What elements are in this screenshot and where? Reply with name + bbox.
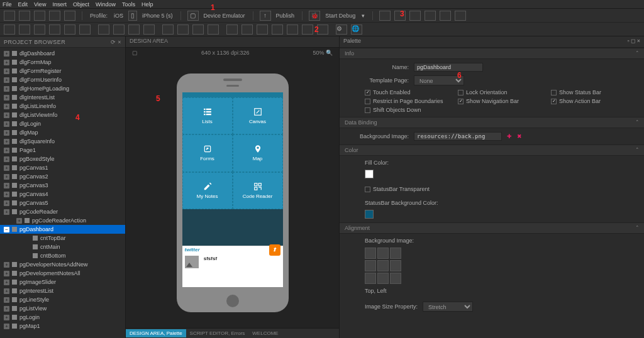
tree-item[interactable]: +pgCanvas1 — [0, 163, 125, 172]
upload-icon[interactable]: ⬆ — [269, 244, 280, 256]
redo-icon[interactable] — [64, 11, 75, 21]
menu-file[interactable]: File — [3, 1, 12, 8]
fit-icon[interactable]: ▢ — [132, 50, 138, 56]
name-input[interactable] — [414, 63, 483, 72]
expand-icon[interactable] — [317, 25, 328, 35]
bg-image-input[interactable] — [414, 132, 502, 141]
checkbox-row[interactable]: Show Status Bar — [551, 89, 638, 95]
tree-item[interactable]: +dlgFormUserInfo — [0, 75, 125, 84]
tree-item[interactable]: +dlgFormRegister — [0, 67, 125, 75]
tree-item[interactable]: +pgImageSlider — [0, 278, 125, 286]
image-icon[interactable] — [34, 25, 45, 35]
expand-icon[interactable]: ◻ — [631, 38, 635, 44]
play-icon[interactable] — [113, 25, 125, 35]
tree-item[interactable]: +pgLogin — [0, 313, 125, 322]
tile-lists[interactable]: Lists — [182, 97, 233, 134]
dropdown-icon[interactable]: ▾ — [362, 13, 365, 19]
chevron-up-icon[interactable]: ˄ — [636, 50, 639, 57]
section-info[interactable]: Info ˄ — [340, 48, 644, 59]
banner-image[interactable] — [182, 209, 283, 246]
close-icon[interactable]: × — [118, 39, 121, 45]
menu-object[interactable]: Object — [73, 1, 89, 8]
tree-item[interactable]: −pgDashboard — [0, 225, 125, 234]
tree-item[interactable]: +pgDevelopmentNotesAll — [0, 269, 125, 278]
publish-icon[interactable]: ↑ — [260, 11, 271, 21]
alignment-grid[interactable] — [365, 248, 638, 284]
chevron-up-icon[interactable]: ˄ — [636, 225, 639, 231]
step-icon[interactable] — [379, 11, 391, 21]
step-into-icon[interactable] — [440, 11, 451, 21]
tree-item[interactable]: +pgDeveloperNotesAddNew — [0, 260, 125, 269]
tree-item[interactable]: +dlgMap — [0, 128, 125, 137]
menu-edit[interactable]: Edit — [18, 1, 28, 8]
tree-item[interactable]: +dlgFormMap — [0, 58, 125, 67]
tab-design-area[interactable]: DESIGN AREA, Palette — [126, 329, 186, 337]
tree-item[interactable]: +dlgDashboard — [0, 49, 125, 58]
input-icon[interactable] — [64, 25, 75, 35]
publish-label[interactable]: Publish — [276, 13, 295, 19]
pin-icon[interactable] — [208, 25, 219, 35]
template-select[interactable]: None — [414, 75, 464, 85]
refresh-icon[interactable]: ⟳ — [111, 39, 116, 45]
grid-icon[interactable] — [143, 25, 155, 35]
pause-icon[interactable] — [394, 11, 406, 21]
aim-icon[interactable] — [226, 25, 238, 35]
checkbox-row[interactable]: Lock Orientation — [458, 89, 545, 95]
rect-icon[interactable] — [4, 25, 15, 35]
tree-item[interactable]: +dlgListLineInfo — [0, 102, 125, 111]
radio-icon[interactable] — [177, 25, 189, 35]
tree-item[interactable]: +pgCanvas5 — [0, 199, 125, 207]
card-icon[interactable] — [272, 25, 283, 35]
menu-help[interactable]: Help — [142, 1, 153, 8]
feed-item[interactable]: sfsfsf — [182, 253, 283, 286]
checkbox-icon[interactable] — [162, 25, 174, 35]
checkbox-row[interactable]: Restrict in Page Boundaries — [365, 98, 452, 104]
tab-script-editor[interactable]: SCRIPT EDITOR, Errors — [186, 329, 249, 337]
remove-icon[interactable]: ✖ — [517, 133, 522, 139]
tree-item[interactable]: +pgCanvas2 — [0, 172, 125, 181]
tree-item[interactable]: +pgLineStyle — [0, 295, 125, 304]
tile-forms[interactable]: Forms — [182, 134, 233, 172]
tree-item[interactable]: +pgCanvas4 — [0, 190, 125, 199]
tree-item[interactable]: +dlgInterestList — [0, 93, 125, 102]
close-icon[interactable]: × — [637, 38, 640, 44]
square-icon[interactable] — [302, 25, 313, 35]
tree-item[interactable]: +pgCodeReader — [0, 207, 125, 216]
align-icon[interactable] — [98, 25, 109, 35]
size-prop-select[interactable]: Stretch — [423, 302, 473, 312]
design-canvas[interactable]: Lists Canvas Forms Map My Notes Code Rea… — [126, 58, 339, 328]
container-icon[interactable] — [128, 25, 140, 35]
gear-icon[interactable]: ⚙ — [336, 25, 347, 35]
minimize-icon[interactable]: ▫ — [628, 38, 630, 44]
project-tree[interactable]: +dlgDashboard+dlgFormMap+dlgFormRegister… — [0, 48, 125, 338]
step-out-icon[interactable] — [455, 11, 466, 21]
tree-item[interactable]: +dlgLogin — [0, 119, 125, 128]
chevron-up-icon[interactable]: ˄ — [636, 147, 639, 153]
statusbar-transparent-checkbox[interactable] — [365, 187, 370, 192]
section-color[interactable]: Color ˄ — [340, 144, 644, 156]
tile-canvas[interactable]: Canvas — [233, 97, 283, 134]
tree-item[interactable]: cntMain — [0, 243, 125, 251]
checkbox-row[interactable]: Show Navigation Bar — [458, 98, 545, 104]
tab-welcome[interactable]: WELCOME — [248, 329, 282, 337]
chevron-up-icon[interactable]: ˄ — [636, 119, 639, 126]
menu-insert[interactable]: Insert — [52, 1, 67, 8]
distribute-icon[interactable] — [242, 25, 253, 35]
device-emulator-label[interactable]: Device Emulator — [204, 13, 245, 19]
section-data-binding[interactable]: Data Binding ˄ — [340, 117, 644, 128]
tree-item[interactable]: +dlgSquareInfo — [0, 137, 125, 146]
profile-value[interactable]: iOS — [114, 13, 123, 19]
menu-view[interactable]: View — [34, 1, 46, 8]
list-icon[interactable] — [79, 25, 91, 35]
start-debug-label[interactable]: Start Debug — [325, 13, 355, 19]
checkbox-row[interactable]: Show Action Bar — [551, 98, 638, 104]
undo-icon[interactable] — [49, 11, 60, 21]
tree-item[interactable]: +dlgHomePgLoading — [0, 84, 125, 93]
open-icon[interactable] — [19, 11, 30, 21]
fill-color-swatch[interactable] — [365, 170, 374, 178]
tree-item[interactable]: +pgListView — [0, 304, 125, 313]
globe-icon[interactable]: 🌐 — [351, 25, 362, 35]
monitor-icon[interactable]: ▢ — [187, 11, 199, 21]
menu-tools[interactable]: Tools — [122, 1, 135, 8]
button-icon[interactable] — [49, 25, 60, 35]
